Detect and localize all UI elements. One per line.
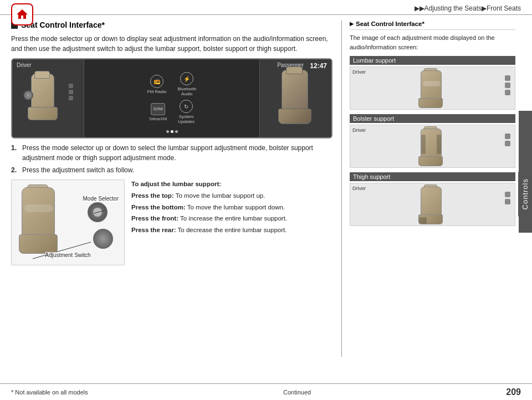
home-button[interactable]	[11, 3, 33, 25]
small-seat-back-1	[421, 70, 442, 99]
ctrl-btn-6	[505, 192, 510, 197]
bolster-image: Driver	[350, 125, 515, 168]
system-updates-label: System Updates	[178, 114, 195, 124]
steps: 1. Press the mode selector up or down to…	[11, 143, 332, 175]
step-2-num: 2.	[11, 165, 20, 175]
bluetooth-label: Bluetooth Audio	[177, 86, 196, 96]
ctrl-btn-4	[505, 134, 510, 139]
footnote: * Not available on all models	[11, 389, 88, 396]
dot-3	[175, 130, 178, 133]
bolster-label: Bolster support	[350, 114, 515, 123]
small-seat-thigh	[416, 187, 449, 223]
header: ▶▶Adjusting the Seats▶Front Seats	[0, 0, 532, 15]
mode-selector-label: Mode Selector	[83, 196, 119, 202]
lumbar-support-section: Lumbar support Driver	[350, 56, 515, 110]
system-updates-icon-item: ↻ System Updates	[178, 100, 195, 124]
mode-selector	[88, 202, 108, 222]
screen-center: 📻 FM Radio ⚡ Bluetooth Audio SXM SiriusX…	[84, 59, 259, 137]
ctrl-btn-7	[505, 199, 510, 204]
instructions-heading: To adjust the lumbar support:	[131, 180, 332, 189]
page-number: 209	[506, 387, 521, 397]
small-seat-bottom-3	[418, 214, 443, 224]
step-1: 1. Press the mode selector up or down to…	[11, 143, 332, 163]
sidebar-controls-tab: Controls	[519, 111, 532, 233]
ctrl-btn-1	[505, 75, 510, 81]
bluetooth-icon: ⚡	[180, 72, 193, 85]
bluetooth-icon-item: ⚡ Bluetooth Audio	[177, 72, 196, 96]
seat-bottom	[19, 234, 58, 254]
small-seat-back-2	[421, 129, 442, 157]
siriusxm-icon: SXM	[151, 103, 165, 115]
right-col-title: Seat Control Interface*	[356, 20, 424, 27]
screen-dots	[166, 130, 178, 133]
screen-left-seat	[12, 59, 84, 137]
bolster-support-section: Bolster support Driver	[350, 114, 515, 168]
lumbar-driver-label: Driver	[352, 69, 366, 75]
system-updates-icon: ↻	[180, 100, 193, 113]
press-top: Press the top: To move the lumbar suppor…	[131, 191, 332, 201]
thigh-image: Driver	[350, 183, 515, 226]
instructions-text: To adjust the lumbar support: Press the …	[131, 180, 332, 265]
step-1-num: 1.	[11, 143, 20, 163]
thigh-label: Thigh support	[350, 172, 515, 181]
right-col-header: Seat Control Interface*	[350, 20, 515, 30]
step-2-text: Press the adjustment switch as follow.	[22, 165, 134, 175]
siriusxm-icon-item: SXM SiriusXM	[149, 103, 167, 121]
seat-diagram: Mode Selector Adjustment Switch	[11, 180, 125, 265]
step-2: 2. Press the adjustment switch as follow…	[11, 165, 332, 175]
continued: Continued	[283, 389, 311, 396]
ctrl-btn-5	[505, 141, 510, 146]
screen-icons-row-2: SXM SiriusXM ↻ System Updates	[149, 100, 195, 124]
adjustment-switch	[93, 229, 113, 249]
controls-side-1	[505, 75, 510, 95]
diagram-instructions: Mode Selector Adjustment Switch To adjus…	[11, 180, 332, 265]
fm-radio-icon: 📻	[150, 75, 163, 88]
siriusxm-label: SiriusXM	[149, 116, 167, 121]
screen-right-seat	[259, 59, 331, 137]
right-column: Seat Control Interface* The image of eac…	[341, 20, 515, 357]
lumbar-label: Lumbar support	[350, 56, 515, 65]
bolster-driver-label: Driver	[352, 127, 366, 133]
small-seat-lumbar	[416, 70, 449, 106]
intro-text: Press the mode selector up or down to di…	[11, 34, 332, 54]
small-seat-bottom-1	[418, 98, 443, 108]
press-bottom: Press the bottom: To move the lumbar sup…	[131, 203, 332, 213]
main-content: Seat Control Interface* Press the mode s…	[0, 15, 532, 362]
thigh-driver-label: Driver	[352, 186, 366, 191]
small-seat-bottom-2	[418, 156, 443, 166]
controls-side-3	[505, 192, 510, 204]
dot-2	[171, 130, 173, 133]
fm-radio-icon-item: 📻 FM Radio	[147, 75, 167, 94]
seat-illustration	[16, 184, 71, 257]
screen-icons-row: 📻 FM Radio ⚡ Bluetooth Audio	[147, 72, 197, 96]
right-col-intro: The image of each adjustment mode displa…	[350, 33, 515, 52]
breadcrumb: ▶▶Adjusting the Seats▶Front Seats	[415, 4, 521, 12]
controls-side-2	[505, 134, 510, 146]
thigh-support-section: Thigh support Driver	[350, 172, 515, 226]
press-rear: Press the rear: To decrease the entire l…	[131, 225, 332, 235]
mode-selector-inner	[93, 208, 102, 217]
ctrl-btn-3	[505, 90, 510, 95]
seat-back	[22, 187, 55, 237]
car-screen-mockup: Driver Passenger 12:47	[11, 58, 332, 139]
step-1-text: Press the mode selector up or down to se…	[22, 143, 332, 163]
section-title-text: Seat Control Interface*	[21, 20, 105, 29]
footer: * Not available on all models Continued …	[0, 383, 532, 400]
sidebar-label: Controls	[518, 172, 532, 216]
ctrl-btn-2	[505, 83, 510, 88]
driver-label: Driver	[17, 62, 32, 68]
section-title: Seat Control Interface*	[11, 20, 332, 29]
small-seat-back-3	[421, 187, 442, 216]
adjustment-switch-label: Adjustment Switch	[45, 252, 90, 258]
lumbar-image: Driver	[350, 66, 515, 110]
dot-1	[166, 130, 169, 133]
press-front: Press the front: To increase the entire …	[131, 214, 332, 224]
fm-radio-label: FM Radio	[147, 89, 167, 94]
left-column: Seat Control Interface* Press the mode s…	[11, 20, 332, 357]
small-seat-bolster	[416, 129, 449, 165]
